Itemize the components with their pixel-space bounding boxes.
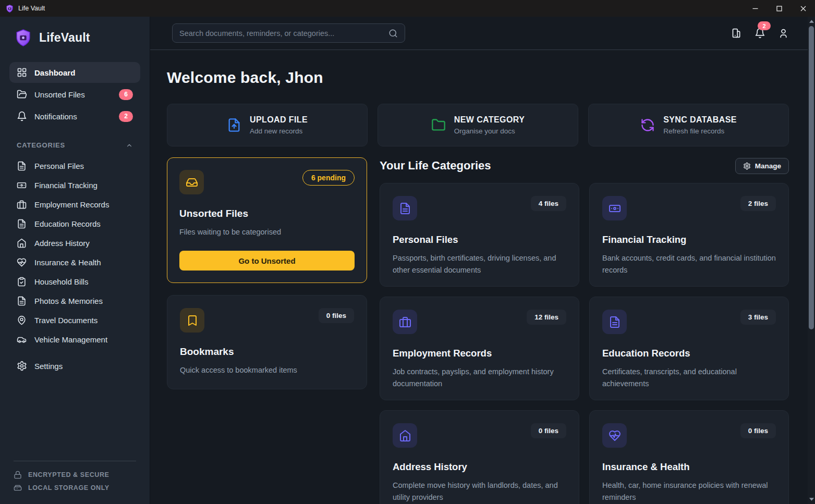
sidebar-item-label: Unsorted Files <box>34 90 85 99</box>
sidebar: LifeVault Dashboard Unsorted Files 6 Not… <box>0 17 150 504</box>
card-title: Financial Tracking <box>602 234 776 245</box>
sidebar-item-household-bills[interactable]: Household Bills <box>9 272 140 291</box>
sidebar-item-vehicle-management[interactable]: Vehicle Management <box>9 330 140 349</box>
go-to-unsorted-button[interactable]: Go to Unsorted <box>179 251 355 271</box>
category-card-personal-files[interactable]: 4 files Personal Files Passports, birth … <box>380 183 579 287</box>
close-button[interactable] <box>791 0 815 17</box>
sidebar-item-education-records[interactable]: Education Records <box>9 214 140 233</box>
sidebar-item-label: Address History <box>34 239 90 248</box>
app-shield-icon <box>5 4 14 13</box>
sidebar-item-insurance-health[interactable]: Insurance & Health <box>9 253 140 272</box>
manage-button[interactable]: Manage <box>735 158 789 174</box>
sidebar-item-settings[interactable]: Settings <box>9 355 140 376</box>
category-card-education-records[interactable]: 3 files Education Records Certificates, … <box>589 297 789 400</box>
dashboard-grid-icon <box>17 67 27 78</box>
unsorted-count-badge: 6 <box>119 89 133 100</box>
new-category-action[interactable]: NEW CATEGORY Organise your docs <box>378 104 578 146</box>
banknote-icon <box>17 180 27 190</box>
category-icon-tile <box>602 196 627 220</box>
sidebar-item-label: Settings <box>34 362 63 371</box>
action-title: SYNC DATABASE <box>663 115 737 125</box>
folder-icon <box>431 118 446 132</box>
search-icon <box>388 29 398 38</box>
card-description: Bank accounts, credit cards, and financi… <box>602 252 776 276</box>
heart-pulse-icon <box>17 257 27 267</box>
brand-name: LifeVault <box>39 31 90 45</box>
bookmarks-card[interactable]: 0 files Bookmarks Quick access to bookma… <box>167 295 367 389</box>
upload-file-action[interactable]: UPLOAD FILE Add new records <box>167 104 368 146</box>
bookmarks-icon-tile <box>180 308 204 333</box>
sidebar-item-label: Personal Files <box>34 162 84 170</box>
sidebar-item-photos-memories[interactable]: Photos & Memories <box>9 291 140 311</box>
category-icon-tile <box>393 310 417 334</box>
category-icon-tile <box>393 423 417 448</box>
theme-toggle-button[interactable] <box>731 28 742 39</box>
files-count-badge: 0 files <box>531 423 566 438</box>
sidebar-item-notifications[interactable]: Notifications 2 <box>9 106 140 127</box>
maximize-button[interactable] <box>767 0 791 17</box>
sidebar-item-label: Vehicle Management <box>34 335 107 344</box>
footer-text: LOCAL STORAGE ONLY <box>28 484 110 491</box>
card-title: Bookmarks <box>180 346 354 358</box>
category-card-insurance-health[interactable]: 0 files Insurance & Health Health, car, … <box>589 410 789 504</box>
notifications-button[interactable]: 2 <box>755 28 765 39</box>
gear-icon <box>743 162 751 170</box>
category-card-employment-records[interactable]: 12 files Employment Records Job contract… <box>380 297 579 400</box>
profile-button[interactable] <box>778 28 789 39</box>
notification-count-badge: 2 <box>758 21 771 30</box>
brand-shield-icon <box>14 28 33 47</box>
inbox-icon <box>186 176 198 189</box>
sidebar-item-label: Education Records <box>34 219 101 228</box>
briefcase-icon <box>399 316 411 328</box>
sidebar-item-label: Insurance & Health <box>34 258 101 267</box>
card-title: Employment Records <box>393 348 566 359</box>
category-card-financial-tracking[interactable]: 2 files Financial Tracking Bank accounts… <box>589 183 789 287</box>
sidebar-item-address-history[interactable]: Address History <box>9 233 140 253</box>
dashboard-content: Welcome back, Jhon UPLOAD FILE Add new r… <box>150 50 815 504</box>
sidebar-item-travel-documents[interactable]: Travel Documents <box>9 311 140 330</box>
encrypted-secure-label: ENCRYPTED & SECURE <box>14 471 136 479</box>
local-storage-label: LOCAL STORAGE ONLY <box>14 484 136 492</box>
minimize-button[interactable] <box>743 0 767 17</box>
files-count-badge: 0 files <box>319 308 354 323</box>
files-count-badge: 3 files <box>740 310 776 325</box>
scroll-down-arrow[interactable] <box>808 496 815 503</box>
sync-database-action[interactable]: SYNC DATABASE Refresh file records <box>588 104 789 146</box>
banknote-icon <box>609 202 621 215</box>
window-titlebar: Life Vault <box>0 0 815 17</box>
sidebar-item-financial-tracking[interactable]: Financial Tracking <box>9 176 140 195</box>
sidebar-item-label: Employment Records <box>34 200 109 209</box>
categories-header-label: CATEGORIES <box>17 141 65 149</box>
unsorted-files-card[interactable]: 6 pending Unsorted Files Files waiting t… <box>167 157 367 283</box>
scrollbar-thumb[interactable] <box>809 26 814 329</box>
sidebar-item-dashboard[interactable]: Dashboard <box>9 62 140 83</box>
welcome-heading: Welcome back, Jhon <box>167 69 789 87</box>
heart-pulse-icon <box>609 429 621 442</box>
scroll-up-arrow[interactable] <box>808 18 815 25</box>
search-input[interactable] <box>179 29 383 38</box>
sidebar-item-employment-records[interactable]: Employment Records <box>9 195 140 214</box>
theme-icon <box>731 28 742 39</box>
category-card-address-history[interactable]: 0 files Address History Complete move hi… <box>380 410 579 504</box>
sidebar-item-unsorted-files[interactable]: Unsorted Files 6 <box>9 84 140 105</box>
card-title: Unsorted Files <box>179 208 355 219</box>
manage-button-label: Manage <box>755 162 781 170</box>
categories-section-header[interactable]: CATEGORIES <box>0 141 150 149</box>
sync-icon <box>640 118 655 132</box>
category-icon-tile <box>602 423 627 448</box>
map-pin-icon <box>17 315 27 325</box>
action-title: UPLOAD FILE <box>250 115 308 125</box>
vertical-scrollbar[interactable] <box>808 17 815 504</box>
footer-text: ENCRYPTED & SECURE <box>28 471 110 478</box>
sidebar-item-personal-files[interactable]: Personal Files <box>9 156 140 176</box>
home-icon <box>399 429 411 442</box>
card-description: Certificates, transcripts, and education… <box>602 366 776 390</box>
category-icon-tile <box>393 196 417 220</box>
topbar: 2 <box>150 17 815 50</box>
bookmark-icon <box>186 314 199 327</box>
folder-open-icon <box>17 89 27 100</box>
search-box[interactable] <box>172 23 405 43</box>
user-icon <box>778 28 789 39</box>
files-count-badge: 0 files <box>740 423 776 438</box>
files-count-badge: 12 files <box>527 310 566 325</box>
